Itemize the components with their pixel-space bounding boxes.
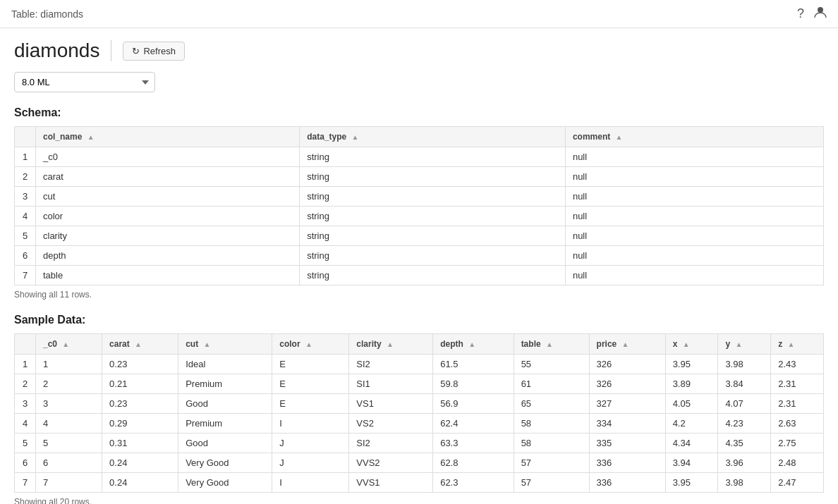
- schema-col-colname[interactable]: col_name ▲: [36, 127, 300, 147]
- schema-col-rownum: [15, 127, 36, 147]
- comment-cell: null: [565, 147, 823, 167]
- sample-table: _c0 ▲ carat ▲ cut ▲ color ▲ clarity ▲ de…: [14, 333, 824, 493]
- clarity-cell: VS2: [349, 414, 433, 434]
- c0-cell: 6: [36, 453, 102, 473]
- sample-col-y[interactable]: y ▲: [718, 334, 771, 355]
- x-cell: 4.34: [665, 434, 718, 453]
- color-cell: J: [272, 453, 349, 473]
- y-cell: 4.35: [718, 434, 771, 453]
- cut-cell: Premium: [178, 374, 272, 394]
- table-cell: 55: [514, 355, 589, 374]
- sample-section-title: Sample Data:: [14, 314, 824, 326]
- x-cell: 4.2: [665, 414, 718, 434]
- sort-icon-c0: ▲: [62, 340, 69, 348]
- data-type-cell: string: [300, 246, 566, 266]
- version-dropdown[interactable]: 8.0 ML: [14, 72, 155, 92]
- sample-col-cut[interactable]: cut ▲: [178, 334, 272, 355]
- cut-cell: Premium: [178, 414, 272, 434]
- z-cell: 2.48: [771, 453, 824, 473]
- sample-col-depth[interactable]: depth ▲: [433, 334, 514, 355]
- sample-col-price[interactable]: price ▲: [589, 334, 665, 355]
- c0-cell: 5: [36, 434, 102, 453]
- color-cell: E: [272, 374, 349, 394]
- col-name-cell: color: [36, 207, 300, 226]
- row-num-cell: 2: [15, 374, 36, 394]
- clarity-cell: VVS2: [349, 453, 433, 473]
- schema-section-title: Schema:: [14, 106, 824, 119]
- row-num-cell: 1: [15, 355, 36, 374]
- carat-cell: 0.24: [102, 473, 178, 493]
- col-name-cell: table: [36, 266, 300, 285]
- table-row: 4 4 0.29 Premium I VS2 62.4 58 334 4.2 4…: [15, 414, 824, 434]
- sample-col-color[interactable]: color ▲: [272, 334, 349, 355]
- y-cell: 3.98: [718, 473, 771, 493]
- sample-col-x[interactable]: x ▲: [665, 334, 718, 355]
- cut-cell: Very Good: [178, 473, 272, 493]
- schema-table: col_name ▲ data_type ▲ comment ▲ 1 _c0 s…: [14, 126, 824, 285]
- col-name-cell: depth: [36, 246, 300, 266]
- color-cell: I: [272, 414, 349, 434]
- sample-col-carat[interactable]: carat ▲: [102, 334, 178, 355]
- comment-cell: null: [565, 266, 823, 285]
- table-row: 6 6 0.24 Very Good J VVS2 62.8 57 336 3.…: [15, 453, 824, 473]
- y-cell: 4.07: [718, 394, 771, 414]
- sort-icon-depth: ▲: [468, 340, 475, 348]
- sort-icon-comment: ▲: [616, 133, 623, 141]
- c0-cell: 7: [36, 473, 102, 493]
- row-num-cell: 3: [15, 187, 36, 207]
- table-row: 3 cut string null: [15, 187, 824, 207]
- clarity-cell: SI1: [349, 374, 433, 394]
- carat-cell: 0.21: [102, 374, 178, 394]
- row-num-cell: 4: [15, 414, 36, 434]
- c0-cell: 4: [36, 414, 102, 434]
- sample-showing-rows: Showing all 20 rows.: [14, 497, 824, 504]
- schema-section: Schema: col_name ▲ data_type ▲ comment ▲…: [14, 106, 824, 300]
- table-row: 4 color string null: [15, 207, 824, 226]
- sample-col-c0[interactable]: _c0 ▲: [36, 334, 102, 355]
- clarity-cell: VS1: [349, 394, 433, 414]
- help-icon[interactable]: ?: [797, 6, 804, 21]
- carat-cell: 0.24: [102, 453, 178, 473]
- clarity-cell: SI2: [349, 355, 433, 374]
- depth-cell: 62.4: [433, 414, 514, 434]
- comment-cell: null: [565, 167, 823, 187]
- refresh-button[interactable]: ↻ Refresh: [123, 42, 185, 61]
- schema-col-comment[interactable]: comment ▲: [565, 127, 823, 147]
- table-cell: 58: [514, 434, 589, 453]
- row-num-cell: 5: [15, 434, 36, 453]
- table-cell: 57: [514, 473, 589, 493]
- sort-icon-z: ▲: [788, 340, 795, 348]
- price-cell: 335: [589, 434, 665, 453]
- cut-cell: Very Good: [178, 453, 272, 473]
- c0-cell: 1: [36, 355, 102, 374]
- sort-icon-cut: ▲: [203, 340, 210, 348]
- z-cell: 2.43: [771, 355, 824, 374]
- c0-cell: 3: [36, 394, 102, 414]
- table-cell: 57: [514, 453, 589, 473]
- price-cell: 326: [589, 374, 665, 394]
- data-type-cell: string: [300, 167, 566, 187]
- sample-col-clarity[interactable]: clarity ▲: [349, 334, 433, 355]
- comment-cell: null: [565, 187, 823, 207]
- schema-col-datatype[interactable]: data_type ▲: [300, 127, 566, 147]
- schema-table-body: 1 _c0 string null 2 carat string null 3 …: [15, 147, 824, 285]
- sort-icon-clarity: ▲: [387, 340, 394, 348]
- sample-section: Sample Data: _c0 ▲ carat ▲ cut ▲ color ▲…: [14, 314, 824, 504]
- table-row: 1 _c0 string null: [15, 147, 824, 167]
- table-row: 5 clarity string null: [15, 226, 824, 246]
- user-icon[interactable]: [814, 6, 827, 22]
- refresh-icon: ↻: [132, 46, 140, 56]
- comment-cell: null: [565, 226, 823, 246]
- x-cell: 4.05: [665, 394, 718, 414]
- depth-cell: 59.8: [433, 374, 514, 394]
- carat-cell: 0.23: [102, 394, 178, 414]
- z-cell: 2.47: [771, 473, 824, 493]
- carat-cell: 0.29: [102, 414, 178, 434]
- table-cell: 65: [514, 394, 589, 414]
- sample-col-table[interactable]: table ▲: [514, 334, 589, 355]
- clarity-cell: VVS1: [349, 473, 433, 493]
- sample-col-z[interactable]: z ▲: [771, 334, 824, 355]
- sort-icon-table: ▲: [546, 340, 553, 348]
- sort-icon-carat: ▲: [135, 340, 142, 348]
- z-cell: 2.31: [771, 374, 824, 394]
